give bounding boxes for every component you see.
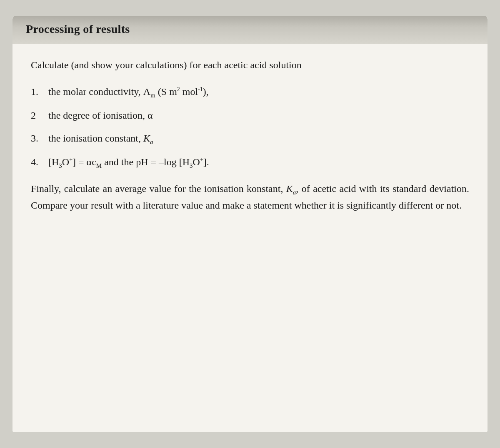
intro-paragraph: Calculate (and show your calculations) f…	[31, 57, 469, 72]
list-number-3: 3.	[31, 131, 46, 146]
section-title: Processing of results	[26, 22, 130, 35]
list-number-4: 4.	[31, 154, 46, 170]
section-header: Processing of results	[12, 16, 488, 44]
list-item-1: 1. the molar conductivity, Λm (S m2 mol-…	[31, 84, 469, 100]
content-area: Calculate (and show your calculations) f…	[12, 44, 488, 227]
list-item-3: 3. the ionisation constant, Ka	[31, 131, 469, 147]
list-content-2: the degree of ionisation, α	[48, 108, 469, 123]
list-content-3: the ionisation constant, Ka	[48, 131, 469, 147]
list-content-1: the molar conductivity, Λm (S m2 mol-1),	[48, 84, 469, 100]
page-container: Processing of results Calculate (and sho…	[12, 16, 488, 432]
list-item-4: 4. [H3O+] = αcM and the pH = –log [H3O+]…	[31, 154, 469, 171]
list-item-2: 2 the degree of ionisation, α	[31, 108, 469, 123]
list-number-1: 1.	[31, 84, 46, 100]
list-number-2: 2	[31, 108, 46, 123]
list-content-4: [H3O+] = αcM and the pH = –log [H3O+].	[48, 154, 469, 171]
finally-paragraph: Finally, calculate an average value for …	[31, 181, 469, 213]
